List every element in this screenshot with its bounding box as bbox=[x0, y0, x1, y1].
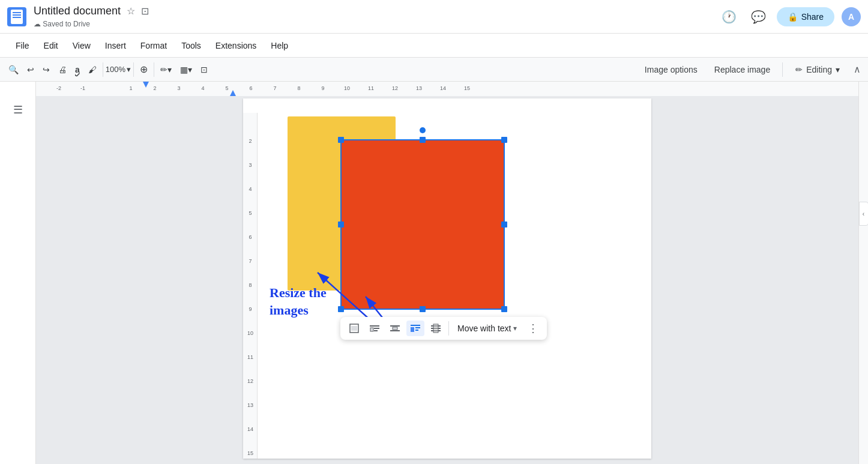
svg-text:14: 14 bbox=[247, 426, 253, 432]
border-button[interactable]: ▦▾ bbox=[176, 62, 196, 77]
menu-edit[interactable]: Edit bbox=[38, 38, 64, 53]
svg-text:5: 5 bbox=[249, 210, 252, 216]
spellcheck-button[interactable]: a bbox=[71, 62, 83, 77]
behind-text-button[interactable] bbox=[427, 321, 445, 336]
svg-rect-40 bbox=[351, 326, 357, 331]
svg-text:3: 3 bbox=[249, 162, 252, 168]
right-toggle-button[interactable]: ‹ bbox=[859, 202, 869, 226]
svg-rect-42 bbox=[374, 328, 379, 329]
image-options-button[interactable]: Image options bbox=[639, 62, 704, 77]
svg-text:12: 12 bbox=[392, 85, 398, 91]
svg-text:14: 14 bbox=[440, 85, 446, 91]
undo-button[interactable]: ↩ bbox=[23, 62, 38, 77]
svg-text:6: 6 bbox=[249, 234, 252, 240]
comment-button[interactable]: 💬 bbox=[747, 6, 770, 28]
svg-rect-49 bbox=[411, 327, 414, 332]
svg-text:9: 9 bbox=[321, 85, 324, 91]
break-text-button[interactable] bbox=[386, 321, 404, 336]
toolbar-collapse-button[interactable]: ∧ bbox=[851, 61, 863, 77]
editing-mode-button[interactable]: ✏ Editing ▾ bbox=[789, 62, 846, 77]
wrap-icon bbox=[369, 323, 380, 334]
svg-text:12: 12 bbox=[247, 378, 253, 384]
svg-text:-1: -1 bbox=[80, 85, 85, 91]
pen-color-button[interactable]: ✏▾ bbox=[157, 62, 175, 77]
title-section: Untitled document ☆ ⊡ ☁ Saved to Drive bbox=[34, 4, 150, 29]
menu-insert[interactable]: Insert bbox=[99, 38, 132, 53]
svg-text:13: 13 bbox=[247, 402, 253, 408]
behind-text-icon bbox=[430, 323, 441, 334]
inline-text-button[interactable] bbox=[406, 321, 424, 336]
svg-text:8: 8 bbox=[297, 85, 300, 91]
title-icons: ☆ ⊡ bbox=[125, 4, 150, 18]
zoom-chevron: ▾ bbox=[127, 65, 131, 74]
svg-text:2: 2 bbox=[249, 138, 252, 144]
toolbar: 🔍 ↩ ↪ 🖨 a 🖌 100% ▾ ⊕ ✏▾ ▦▾ ⊡ Image optio… bbox=[0, 58, 868, 82]
doc-area[interactable]: -2 -1 1 2 3 4 5 6 7 8 9 10 11 12 13 14 bbox=[36, 82, 858, 464]
svg-text:5: 5 bbox=[225, 85, 228, 91]
zoom-control[interactable]: 100% ▾ bbox=[106, 65, 131, 74]
svg-rect-48 bbox=[411, 325, 420, 326]
title-bar: Untitled document ☆ ⊡ ☁ Saved to Drive 🕐… bbox=[0, 0, 868, 34]
menu-extensions[interactable]: Extensions bbox=[209, 38, 262, 53]
orange-image[interactable] bbox=[342, 140, 504, 309]
left-sidebar: ☰ bbox=[0, 82, 36, 464]
toolbar-sep-4 bbox=[782, 62, 783, 77]
svg-rect-44 bbox=[370, 328, 373, 331]
top-ruler: -2 -1 1 2 3 4 5 6 7 8 9 10 11 12 13 14 bbox=[36, 82, 858, 96]
menu-help[interactable]: Help bbox=[265, 38, 294, 53]
document-page: 2 3 4 5 6 7 8 9 10 11 12 13 14 15 bbox=[243, 98, 651, 459]
toolbar-sep-2 bbox=[133, 62, 134, 77]
crop-button[interactable]: ⊡ bbox=[197, 62, 211, 77]
add-page-button[interactable]: ⊕ bbox=[136, 61, 151, 77]
menu-format[interactable]: Format bbox=[134, 38, 173, 53]
svg-text:13: 13 bbox=[416, 85, 422, 91]
svg-text:8: 8 bbox=[249, 282, 252, 288]
svg-rect-55 bbox=[433, 324, 438, 333]
inline-button[interactable] bbox=[345, 321, 363, 336]
svg-text:6: 6 bbox=[249, 85, 252, 91]
redo-button[interactable]: ↪ bbox=[39, 62, 53, 77]
doc-icon bbox=[7, 7, 26, 26]
rotation-handle[interactable] bbox=[420, 127, 426, 133]
svg-rect-41 bbox=[370, 325, 379, 327]
share-button[interactable]: 🔒 Share bbox=[777, 7, 834, 26]
svg-text:3: 3 bbox=[177, 85, 180, 91]
outline-icon[interactable]: ☰ bbox=[8, 98, 28, 121]
svg-rect-45 bbox=[390, 325, 400, 327]
move-with-text-label: Move with text bbox=[457, 324, 511, 333]
annotation-text: Resize the images bbox=[270, 285, 327, 319]
left-ruler: 2 3 4 5 6 7 8 9 10 11 12 13 14 15 bbox=[243, 113, 258, 459]
svg-text:1: 1 bbox=[129, 85, 132, 91]
svg-rect-51 bbox=[415, 330, 418, 331]
more-options-button[interactable]: ⋮ bbox=[524, 319, 542, 337]
inline-text-icon bbox=[410, 323, 421, 334]
wrap-button[interactable] bbox=[366, 321, 384, 336]
canvas-content: Resize the images bbox=[258, 98, 651, 459]
svg-text:2: 2 bbox=[153, 85, 156, 91]
search-toolbar-button[interactable]: 🔍 bbox=[5, 62, 22, 77]
star-button[interactable]: ☆ bbox=[125, 4, 136, 18]
menu-view[interactable]: View bbox=[67, 38, 97, 53]
doc-title-row: Untitled document ☆ ⊡ bbox=[34, 4, 150, 18]
format-paint-button[interactable]: 🖌 bbox=[85, 62, 100, 77]
menubar: File Edit View Insert Format Tools Exten… bbox=[0, 34, 868, 58]
print-button[interactable]: 🖨 bbox=[55, 62, 70, 77]
editing-chevron: ▾ bbox=[836, 65, 840, 74]
move-with-text-button[interactable]: Move with text ▾ bbox=[453, 321, 522, 336]
svg-text:11: 11 bbox=[368, 85, 374, 91]
ft-sep bbox=[448, 321, 449, 336]
break-text-icon bbox=[390, 323, 400, 334]
svg-rect-47 bbox=[393, 327, 397, 330]
menu-tools[interactable]: Tools bbox=[175, 38, 207, 53]
toolbar-sep-1 bbox=[103, 62, 103, 77]
history-button[interactable]: 🕐 bbox=[718, 6, 740, 28]
replace-image-button[interactable]: Replace image bbox=[708, 62, 776, 77]
doc-title: Untitled document bbox=[34, 5, 121, 17]
svg-rect-0 bbox=[36, 82, 858, 96]
svg-text:7: 7 bbox=[249, 258, 252, 264]
drive-button[interactable]: ⊡ bbox=[140, 4, 150, 18]
menu-file[interactable]: File bbox=[10, 38, 35, 53]
saved-label: Saved to Drive bbox=[43, 20, 90, 28]
right-panel: ‹ bbox=[858, 82, 868, 464]
inline-icon bbox=[349, 323, 360, 334]
